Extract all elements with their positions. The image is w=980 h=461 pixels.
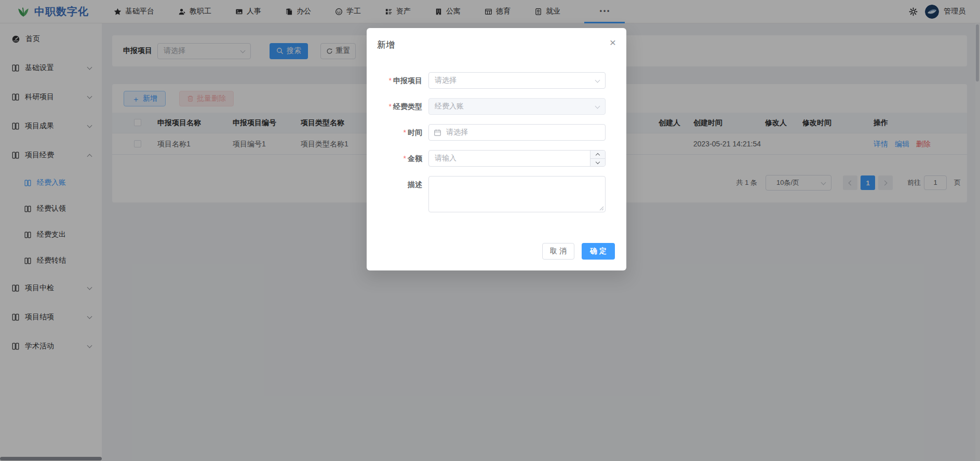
time-date-picker[interactable]: 请选择 bbox=[428, 124, 606, 141]
confirm-button[interactable]: 确 定 bbox=[582, 243, 615, 260]
dialog-footer: 取 消 确 定 bbox=[542, 243, 615, 260]
field-label: *时间 bbox=[367, 124, 428, 141]
calendar-icon bbox=[434, 129, 441, 137]
form-row-fund-type: *经费类型 经费入账 bbox=[367, 98, 606, 115]
field-label: 描述 bbox=[367, 176, 428, 212]
stepper-decrease-button[interactable] bbox=[590, 159, 605, 167]
close-icon[interactable]: × bbox=[610, 37, 616, 48]
dialog-title: 新增 bbox=[377, 39, 395, 51]
project-select[interactable]: 请选择 bbox=[428, 72, 606, 89]
chevron-down-icon bbox=[595, 78, 600, 83]
dialog-form: *申报项目 请选择 *经费类型 经费入账 *时间 请选择 *金额 bbox=[367, 72, 606, 222]
required-asterisk: * bbox=[404, 154, 406, 162]
form-row-amount: *金额 请输入 bbox=[367, 150, 606, 167]
required-asterisk: * bbox=[389, 76, 392, 85]
form-row-description: 描述 bbox=[367, 176, 606, 212]
number-stepper bbox=[590, 151, 605, 166]
field-label: *金额 bbox=[367, 150, 428, 167]
form-row-time: *时间 请选择 bbox=[367, 124, 606, 141]
field-label: *经费类型 bbox=[367, 98, 428, 115]
caret-up-icon bbox=[596, 153, 600, 157]
required-asterisk: * bbox=[404, 128, 406, 137]
field-label: *申报项目 bbox=[367, 72, 428, 89]
select-value: 经费入账 bbox=[435, 102, 464, 111]
fund-type-select[interactable]: 经费入账 bbox=[428, 98, 606, 115]
date-placeholder: 请选择 bbox=[446, 128, 468, 137]
required-asterisk: * bbox=[389, 102, 392, 111]
caret-down-icon bbox=[596, 160, 600, 164]
resize-handle-icon bbox=[599, 206, 604, 211]
form-row-project: *申报项目 请选择 bbox=[367, 72, 606, 89]
select-placeholder: 请选择 bbox=[435, 76, 457, 85]
stepper-increase-button[interactable] bbox=[590, 151, 605, 159]
amount-number-input[interactable]: 请输入 bbox=[428, 150, 606, 167]
add-dialog: 新增 × *申报项目 请选择 *经费类型 经费入账 *时间 请选择 bbox=[367, 28, 626, 270]
cancel-button[interactable]: 取 消 bbox=[542, 243, 574, 260]
description-textarea[interactable] bbox=[428, 176, 606, 212]
chevron-down-icon bbox=[595, 104, 600, 109]
input-placeholder: 请输入 bbox=[435, 154, 457, 163]
